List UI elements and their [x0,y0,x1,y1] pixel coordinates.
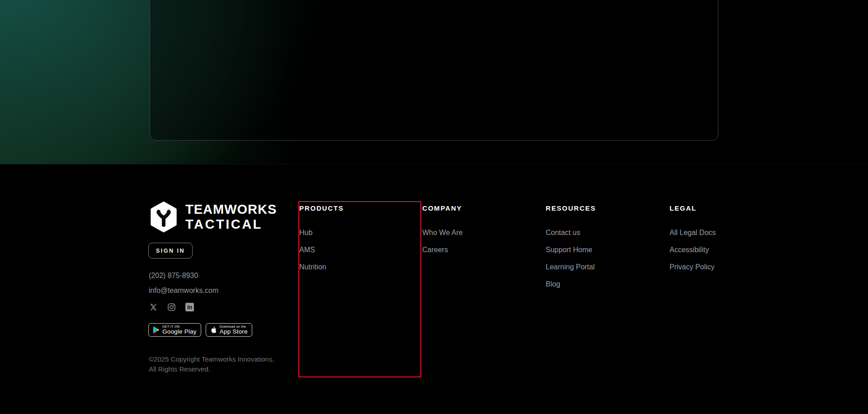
hero-section: I agree to receive other communications … [0,0,868,164]
footer-link-contact-us[interactable]: Contact us [546,229,580,236]
footer-link-privacy-policy[interactable]: Privacy Policy [670,263,715,271]
app-store-label: App Store [220,329,248,335]
google-play-badge[interactable]: GET IT ON Google Play [148,323,201,337]
footer-link-all-legal-docs[interactable]: All Legal Docs [670,229,716,236]
copyright-text: ©2025 Copyright Teamworks Innovations. A… [149,354,274,374]
footer-link-nutrition[interactable]: Nutrition [299,263,326,271]
x-icon[interactable] [149,303,158,311]
app-store-badge[interactable]: Download on the App Store [206,323,252,337]
consent-form-card: I agree to receive other communications … [150,0,718,141]
footer-column-resources: RESOURCES Contact us Support Home Learni… [546,205,659,297]
email-link[interactable]: info@teamworks.com [149,287,218,295]
footer-link-support-home[interactable]: Support Home [546,246,592,254]
sign-in-button[interactable]: SIGN IN [148,243,193,259]
footer-link-learning-portal[interactable]: Learning Portal [546,263,595,271]
linkedin-icon[interactable]: in [185,303,194,311]
apple-icon [209,326,217,334]
footer-column-legal: LEGAL All Legal Docs Accessibility Priva… [670,205,783,280]
app-badges-row: GET IT ON Google Play Download on the Ap… [148,323,252,337]
social-icons-row: in [149,303,194,311]
footer-link-careers[interactable]: Careers [422,246,448,254]
google-play-icon [152,326,160,334]
teamworks-logo[interactable]: TEAMWORKS TACTICAL [148,202,277,232]
google-play-label: Google Play [162,329,197,335]
footer-link-hub[interactable]: Hub [299,229,312,236]
footer-column-heading: RESOURCES [546,205,659,212]
footer-column-heading: PRODUCTS [299,205,412,212]
footer-link-ams[interactable]: AMS [299,246,315,254]
footer-column-products: PRODUCTS Hub AMS Nutrition [299,205,412,280]
brand-line-teamworks: TEAMWORKS [185,202,277,217]
phone-link[interactable]: (202) 875-8930 [149,272,198,280]
footer-column-company: COMPANY Who We Are Careers [422,205,535,263]
instagram-icon[interactable] [167,303,176,311]
teamworks-hexagon-icon [148,202,179,232]
brand-line-tactical: TACTICAL [185,217,277,232]
footer-column-heading: LEGAL [670,205,783,212]
footer-link-who-we-are[interactable]: Who We Are [422,229,463,236]
page: I agree to receive other communications … [0,0,868,414]
footer-column-heading: COMPANY [422,205,535,212]
footer: TEAMWORKS TACTICAL SIGN IN (202) 875-893… [0,164,868,414]
footer-link-accessibility[interactable]: Accessibility [670,246,709,254]
brand-wordmark: TEAMWORKS TACTICAL [185,202,277,232]
footer-link-blog[interactable]: Blog [546,281,560,288]
